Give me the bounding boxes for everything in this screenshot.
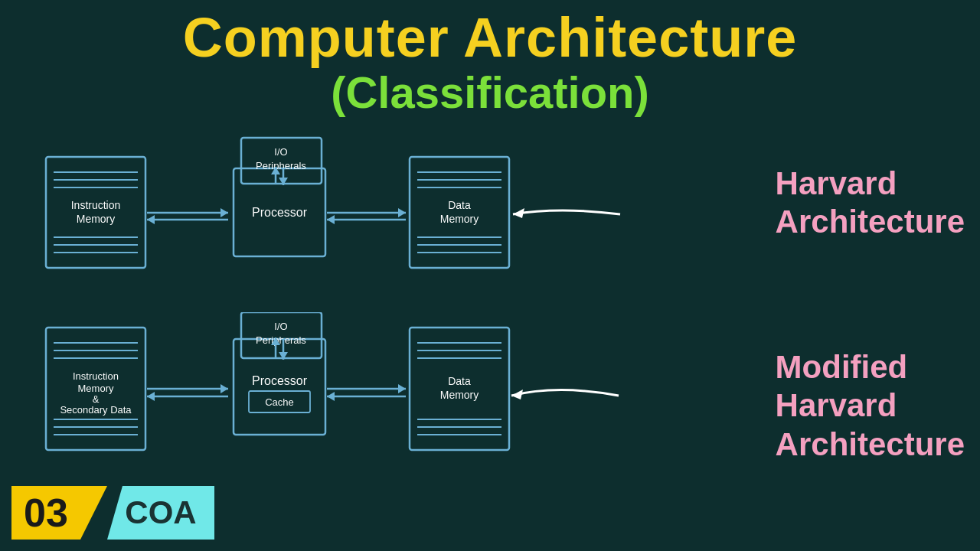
harvard-arch-name: HarvardArchitecture — [776, 165, 965, 242]
svg-text:Instruction: Instruction — [71, 199, 121, 211]
svg-marker-48 — [220, 384, 228, 393]
harvard-diagram-svg: Instruction Memory Processor I/O Periphe… — [15, 134, 551, 302]
svg-text:Instruction: Instruction — [73, 370, 119, 382]
svg-text:I/O: I/O — [274, 146, 287, 158]
svg-text:Memory: Memory — [78, 383, 114, 394]
svg-marker-63 — [398, 384, 406, 393]
bottom-badge: 03 COA — [11, 486, 214, 540]
modified-harvard-diagram-svg: Instruction Memory & Secondary Data Proc… — [15, 312, 551, 481]
svg-text:Data: Data — [448, 199, 471, 211]
svg-text:Secondary Data: Secondary Data — [60, 404, 132, 416]
svg-text:Processor: Processor — [252, 374, 308, 387]
svg-text:Processor: Processor — [252, 206, 308, 219]
modified-harvard-arch-name: ModifiedHarvardArchitecture — [776, 348, 965, 464]
svg-marker-10 — [220, 208, 228, 217]
svg-marker-25 — [327, 215, 335, 224]
modified-harvard-arrow — [496, 373, 649, 419]
badge-slash — [80, 486, 107, 540]
badge-number: 03 — [11, 486, 80, 540]
modified-harvard-architecture-label: ModifiedHarvardArchitecture — [776, 348, 965, 464]
harvard-architecture-label: HarvardArchitecture — [776, 165, 965, 242]
svg-text:Memory: Memory — [77, 213, 116, 225]
svg-text:I/O: I/O — [274, 321, 287, 332]
svg-marker-50 — [147, 392, 155, 401]
title-area: Computer Architecture (Classification) — [0, 8, 980, 117]
badge-coa-label: COA — [107, 486, 214, 540]
main-title: Computer Architecture — [0, 8, 980, 68]
svg-text:Cache: Cache — [265, 396, 294, 408]
svg-text:&: & — [93, 393, 100, 405]
harvard-arrow — [498, 191, 651, 237]
svg-marker-65 — [327, 392, 335, 401]
svg-text:Memory: Memory — [440, 213, 479, 225]
svg-text:Peripherals: Peripherals — [256, 334, 306, 346]
svg-text:Memory: Memory — [440, 389, 479, 401]
svg-text:Data: Data — [448, 375, 471, 387]
svg-marker-23 — [398, 208, 406, 217]
svg-text:Peripherals: Peripherals — [256, 160, 306, 171]
sub-title: (Classification) — [0, 68, 980, 117]
svg-marker-12 — [147, 215, 155, 224]
